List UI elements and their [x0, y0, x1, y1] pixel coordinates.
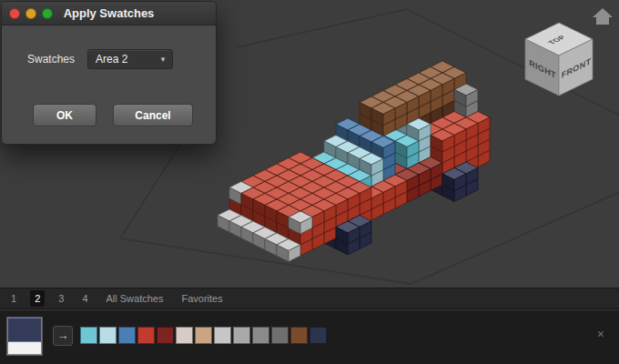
apply-swatches-dialog: Apply Swatches Swatches Area 2 ▼ OK Canc…: [1, 1, 217, 145]
active-color-top[interactable]: [7, 318, 42, 342]
home-icon[interactable]: [593, 8, 613, 25]
swatch-8[interactable]: [214, 327, 231, 344]
swatches-label: Swatches: [27, 53, 75, 66]
swatch-12[interactable]: [290, 327, 308, 344]
active-color-bottom[interactable]: [7, 342, 42, 355]
dialog-buttons: OK Cancel: [33, 104, 193, 126]
swatches-dropdown[interactable]: Area 2 ▼: [87, 49, 173, 69]
view-cube[interactable]: TOP RIGHT FRONT: [525, 23, 593, 96]
swatch-1[interactable]: [80, 327, 97, 344]
swatch-7[interactable]: [195, 327, 212, 344]
tab-2[interactable]: 2: [30, 290, 45, 307]
swatch-6[interactable]: [176, 327, 193, 344]
swatch-row: [80, 327, 327, 344]
minimize-traffic-light[interactable]: [25, 8, 36, 19]
swatch-tabs-bar: 1234All SwatchesFavorites: [0, 288, 619, 309]
dropdown-value: Area 2: [96, 53, 127, 66]
swatch-13[interactable]: [310, 327, 327, 344]
swatch-9[interactable]: [233, 327, 250, 344]
swatch-5[interactable]: [157, 327, 174, 344]
tab-3[interactable]: 3: [54, 290, 68, 307]
active-color-well[interactable]: [6, 317, 43, 356]
tab-all-swatches[interactable]: All Swatches: [102, 290, 168, 307]
apply-arrow-button[interactable]: →: [53, 326, 73, 346]
dialog-title: Apply Swatches: [64, 6, 155, 20]
ok-button[interactable]: OK: [33, 104, 96, 126]
swatch-2[interactable]: [99, 327, 117, 344]
zoom-traffic-light[interactable]: [42, 8, 53, 19]
swatch-11[interactable]: [271, 327, 289, 344]
cancel-button[interactable]: Cancel: [113, 104, 193, 126]
tab-4[interactable]: 4: [77, 290, 92, 307]
voxel-model-car[interactable]: [218, 61, 490, 262]
swatch-3[interactable]: [118, 327, 136, 344]
tab-favorites[interactable]: Favorites: [177, 290, 227, 307]
swatch-4[interactable]: [137, 327, 155, 344]
close-traffic-light[interactable]: [9, 8, 20, 19]
tab-1[interactable]: 1: [6, 290, 21, 307]
swatch-10[interactable]: [252, 327, 269, 344]
dialog-titlebar[interactable]: Apply Swatches: [2, 2, 216, 25]
swatches-field-row: Swatches Area 2 ▼: [27, 49, 173, 69]
swatch-palette-bar: → ×: [0, 310, 619, 364]
chevron-down-icon: ▼: [159, 56, 167, 64]
close-icon[interactable]: ×: [597, 328, 604, 340]
app-window: TOP RIGHT FRONT Apply Swatches Swatches …: [0, 0, 619, 364]
